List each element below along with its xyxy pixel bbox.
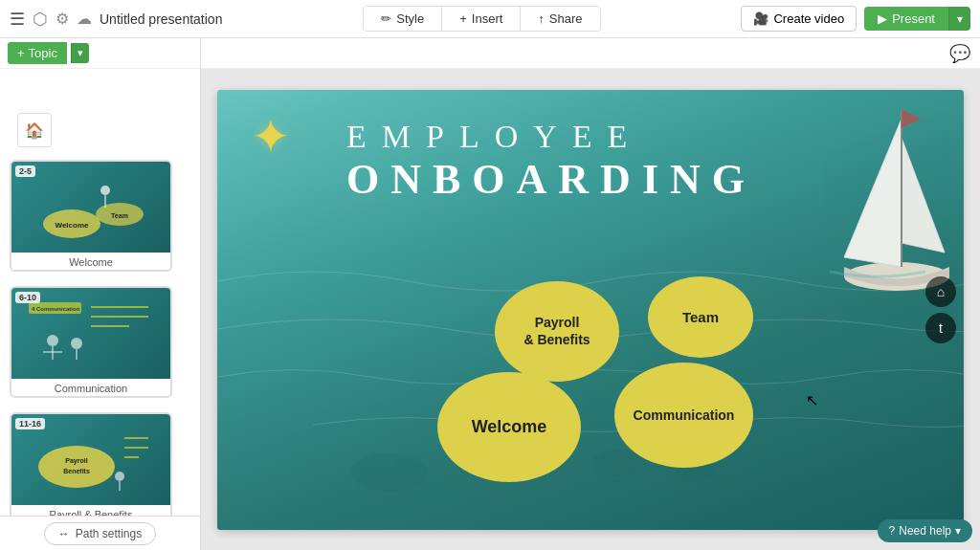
blob-welcome-label: Welcome: [472, 417, 547, 437]
blob-welcome[interactable]: Welcome: [437, 372, 581, 482]
slide-group-welcome: 2-5 Welcome Team Welcome: [0, 155, 200, 281]
svg-text:Benefits: Benefits: [63, 468, 90, 474]
svg-text:4 Communication: 4 Communication: [32, 306, 80, 312]
style-button[interactable]: ✏ Style: [364, 7, 442, 31]
slide-group-communication: 6-10 4 Communication: [0, 281, 200, 407]
svg-point-4: [100, 186, 110, 195]
hamburger-icon[interactable]: ☰: [10, 9, 25, 30]
svg-text:Team: Team: [111, 212, 128, 219]
slide-badge-communication: 6-10: [15, 292, 40, 303]
sidebar: 🏠 2-5 Welcome Team: [0, 69, 201, 550]
svg-text:Welcome: Welcome: [56, 221, 90, 230]
right-buttons: 🎥 Create video ▶ Present ▾: [741, 6, 970, 32]
svg-point-16: [38, 446, 115, 488]
need-help-button[interactable]: ? Need help ▾: [878, 519, 972, 542]
insert-icon: +: [459, 11, 467, 26]
path-settings-area: ↔ Path settings: [0, 516, 200, 550]
svg-point-11: [47, 335, 58, 346]
path-settings-button[interactable]: ↔ Path settings: [44, 522, 156, 545]
slide-badge-welcome: 2-5: [15, 165, 35, 177]
topic-add-button[interactable]: + Topic: [8, 42, 67, 64]
slide-label-communication: Communication: [11, 379, 170, 396]
canvas-title-line1: EMPLOYEE: [346, 119, 916, 155]
canvas-title-line2: ONBOARDING: [346, 155, 916, 204]
svg-point-14: [71, 338, 82, 349]
present-dropdown-button[interactable]: ▾: [948, 7, 970, 31]
slide-badge-payroll: 11-16: [15, 418, 45, 429]
present-button[interactable]: ▶ Present: [864, 7, 948, 31]
slide-thumbnail-communication[interactable]: 6-10 4 Communication: [10, 286, 172, 398]
path-icon: ↔: [58, 527, 70, 540]
blob-communication[interactable]: Communication: [614, 363, 753, 468]
logo-icon: ⬡: [33, 9, 48, 30]
present-button-group: ▶ Present ▾: [864, 7, 970, 31]
slide-thumbnail-welcome[interactable]: 2-5 Welcome Team Welcome: [10, 160, 172, 272]
comment-icon[interactable]: 💬: [949, 43, 970, 64]
canvas-title-area: EMPLOYEE ONBOARDING: [265, 119, 916, 204]
presentation-title: Untitled presentation: [100, 11, 222, 27]
play-icon: ▶: [878, 11, 887, 26]
svg-point-22: [115, 472, 124, 481]
topbar: ☰ ⬡ ⚙ ☁ Untitled presentation ✏ Style + …: [0, 0, 980, 38]
share-button[interactable]: ↑ Share: [521, 7, 599, 31]
blob-team-label: Team: [682, 309, 719, 325]
main-layout: 🏠 2-5 Welcome Team: [0, 69, 980, 550]
blob-payroll[interactable]: Payroll& Benefits: [495, 281, 619, 382]
style-icon: ✏: [381, 11, 391, 26]
canvas-nav-button[interactable]: t: [925, 313, 956, 343]
slide-canvas: ✦ EMPLOYEE ONBOARDING Payroll& Benefits …: [217, 90, 964, 530]
blob-communication-label: Communication: [634, 407, 735, 423]
share-icon: ↑: [538, 11, 545, 26]
topic-button-area: + Topic ▾: [0, 38, 201, 69]
svg-text:Payroll: Payroll: [65, 457, 87, 465]
topic-dropdown-button[interactable]: ▾: [71, 43, 89, 63]
blob-team[interactable]: Team: [648, 276, 753, 358]
canvas-home-button[interactable]: ⌂: [925, 276, 956, 307]
blob-payroll-label: Payroll& Benefits: [523, 314, 590, 348]
center-nav: ✏ Style + Insert ↑ Share: [363, 6, 600, 32]
cloud-icon[interactable]: ☁: [77, 10, 92, 28]
video-icon: 🎥: [753, 11, 768, 26]
help-icon: ?: [889, 524, 896, 538]
slide-thumbnail-payroll[interactable]: 11-16 Payroll Benefits Payroll & Benefit…: [10, 412, 172, 524]
help-chevron-icon: ▾: [955, 524, 961, 538]
canvas-area: ✦ EMPLOYEE ONBOARDING Payroll& Benefits …: [201, 69, 980, 550]
canvas-side-buttons: ⌂ t: [925, 276, 956, 343]
home-button[interactable]: 🏠: [17, 113, 52, 147]
svg-point-31: [383, 449, 396, 468]
slide-label-welcome: Welcome: [11, 253, 170, 270]
plus-icon: +: [17, 46, 25, 60]
create-video-button[interactable]: 🎥 Create video: [741, 6, 857, 32]
insert-button[interactable]: + Insert: [442, 7, 521, 31]
settings-icon[interactable]: ⚙: [56, 10, 69, 28]
